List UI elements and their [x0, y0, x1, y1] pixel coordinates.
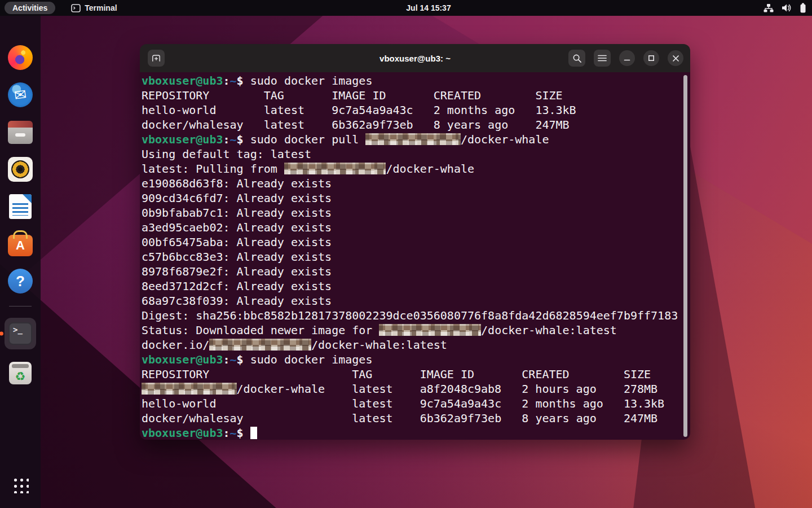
terminal-line: 909cd34c6fd7: Already exists	[142, 191, 690, 205]
terminal-text: :	[223, 74, 230, 87]
terminal-line: latest: Pulling from /docker-whale	[142, 161, 690, 176]
terminal-text: ~	[230, 133, 237, 146]
censored-text	[379, 324, 481, 336]
terminal-text: Status: Downloaded newer image for	[142, 323, 379, 337]
clock[interactable]: Jul 14 15:37	[406, 3, 451, 12]
dock-item-libreoffice-writer[interactable]	[7, 193, 34, 220]
terminal-scrollbar[interactable]	[683, 75, 687, 437]
close-button[interactable]	[668, 50, 683, 66]
terminal-text: vboxuser@ub3	[142, 353, 223, 366]
search-icon	[572, 54, 582, 63]
dock-item-firefox[interactable]	[7, 44, 34, 71]
terminal-text: /docker-whale:latest	[311, 338, 447, 352]
terminal-line: vboxuser@ub3:~$	[142, 426, 690, 440]
censored-text	[284, 163, 386, 174]
terminal-text: 8eed3712d2cf: Already exists	[142, 279, 332, 293]
terminal-line: hello-world latest 9c7a54a9a43c 2 months…	[142, 103, 690, 117]
dock-item-thunderbird[interactable]	[7, 81, 34, 108]
terminal-line: 8eed3712d2cf: Already exists	[142, 279, 690, 294]
libreoffice-writer-icon	[9, 194, 32, 219]
terminal-viewport[interactable]: vboxuser@ub3:~$ sudo docker imagesREPOSI…	[140, 72, 690, 440]
terminal-text: 8978f6879e2f: Already exists	[142, 265, 332, 278]
dock-item-ubuntu-software[interactable]	[7, 230, 34, 257]
terminal-line: docker/whalesay latest 6b362a9f73eb 8 ye…	[142, 411, 690, 426]
terminal-line: hello-world latest 9c7a54a9a43c 2 months…	[142, 396, 690, 411]
terminal-window: vboxuser@ub3: ~	[140, 44, 690, 440]
terminal-line: docker.io//docker-whale:latest	[142, 338, 690, 352]
terminal-line: c57b6bcc83e3: Already exists	[142, 249, 690, 264]
system-status-area[interactable]	[764, 3, 806, 13]
terminal-line: vboxuser@ub3:~$ sudo docker pull /docker…	[142, 132, 690, 147]
terminal-line: e190868d63f8: Already exists	[142, 176, 690, 191]
show-applications-button[interactable]	[7, 473, 34, 500]
terminal-text: ~	[230, 426, 237, 440]
dock-item-files[interactable]	[7, 119, 34, 146]
terminal-text: sudo docker images	[250, 74, 373, 87]
volume-icon	[782, 3, 792, 12]
terminal-text: docker.io/	[142, 338, 209, 352]
terminal-line: Using default tag: latest	[142, 147, 690, 161]
maximize-button[interactable]	[643, 50, 659, 66]
maximize-icon	[648, 55, 655, 62]
censored-text	[365, 133, 461, 145]
terminal-line: vboxuser@ub3:~$ sudo docker images	[142, 352, 690, 367]
close-icon	[672, 55, 679, 62]
terminal-text: 0b9bfabab7c1: Already exists	[142, 206, 332, 220]
terminal-text: 68a97c38f039: Already exists	[142, 294, 332, 308]
menu-button[interactable]	[594, 50, 611, 67]
new-tab-icon	[151, 52, 162, 64]
rhythmbox-speaker-icon	[8, 157, 33, 182]
terminal-text: latest: Pulling from	[142, 162, 284, 176]
terminal-line: 68a97c38f039: Already exists	[142, 294, 690, 308]
terminal-line: REPOSITORY TAG IMAGE ID CREATED SIZE	[142, 88, 690, 103]
window-titlebar[interactable]: vboxuser@ub3: ~	[140, 44, 690, 72]
search-button[interactable]	[568, 50, 585, 67]
terminal-line: 0b9bfabab7c1: Already exists	[142, 205, 690, 220]
terminal-line: REPOSITORY TAG IMAGE ID CREATED SIZE	[142, 367, 690, 382]
terminal-text: e190868d63f8: Already exists	[142, 177, 332, 190]
terminal-text: vboxuser@ub3	[142, 426, 223, 440]
dock-item-terminal-active[interactable]	[5, 318, 36, 349]
activities-button[interactable]: Activities	[5, 2, 55, 14]
terminal-text: /docker-whale:latest	[481, 323, 617, 337]
minimize-icon	[624, 55, 630, 62]
terminal-text: :	[223, 133, 230, 146]
files-folder-icon	[8, 124, 33, 144]
firefox-icon	[8, 45, 33, 70]
help-icon: ?	[8, 269, 33, 294]
terminal-text: Digest: sha256:bbc8582b12817378002239dce…	[142, 309, 678, 322]
top-bar: Activities Terminal Jul 14 15:37	[0, 0, 812, 16]
dock-separator	[9, 306, 32, 306]
censored-text	[142, 383, 237, 395]
terminal-text: sudo docker images	[250, 353, 373, 366]
window-title: vboxuser@ub3: ~	[379, 54, 451, 63]
minimize-button[interactable]	[619, 50, 635, 66]
app-indicator-label: Terminal	[85, 3, 117, 12]
terminal-output: vboxuser@ub3:~$ sudo docker imagesREPOSI…	[142, 73, 690, 440]
terminal-line: Digest: sha256:bbc8582b12817378002239dce…	[142, 308, 690, 323]
ubuntu-software-icon	[8, 235, 33, 256]
terminal-text: :	[223, 426, 230, 440]
terminal-line: a3ed95caeb02: Already exists	[142, 220, 690, 235]
hamburger-menu-icon	[598, 54, 607, 62]
terminal-text: docker/whalesay latest 6b362a9f73eb 8 ye…	[142, 118, 570, 132]
terminal-text: $	[237, 133, 250, 146]
dock-item-trash[interactable]	[7, 360, 34, 387]
terminal-text: REPOSITORY TAG IMAGE ID CREATED SIZE	[142, 367, 651, 381]
dock-item-help[interactable]: ?	[7, 268, 34, 295]
terminal-text: $	[237, 353, 250, 366]
terminal-text: REPOSITORY TAG IMAGE ID CREATED SIZE	[142, 89, 563, 102]
terminal-text: /docker-whale	[461, 133, 549, 146]
terminal-text: $	[237, 426, 250, 440]
dock-item-rhythmbox[interactable]	[7, 156, 34, 183]
dock: ?	[0, 16, 41, 508]
terminal-line: vboxuser@ub3:~$ sudo docker images	[142, 73, 690, 88]
battery-icon	[800, 3, 806, 13]
new-tab-button[interactable]	[148, 50, 165, 67]
terminal-text: 909cd34c6fd7: Already exists	[142, 191, 332, 205]
thunderbird-icon	[8, 82, 33, 107]
terminal-line: docker/whalesay latest 6b362a9f73eb 8 ye…	[142, 117, 690, 132]
app-indicator[interactable]: Terminal	[71, 3, 117, 12]
terminal-text: vboxuser@ub3	[142, 74, 223, 87]
terminal-text: a3ed95caeb02: Already exists	[142, 221, 332, 234]
